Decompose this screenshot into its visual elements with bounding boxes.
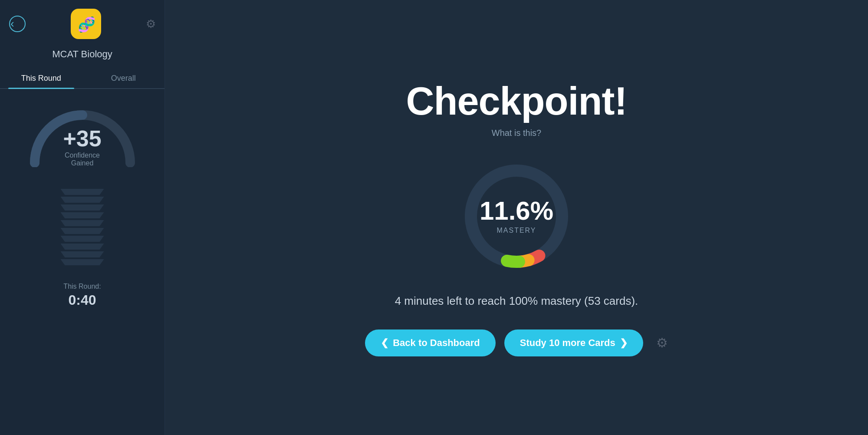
tab-this-round[interactable]: This Round [0, 69, 82, 88]
chevron-4 [61, 212, 104, 218]
chevron-3 [61, 204, 104, 211]
mastery-label: MASTERY [480, 227, 553, 234]
mastery-percent: 11.6% [480, 198, 553, 224]
tabs: This Round Overall [0, 69, 164, 89]
left-arrow-icon: ❮ [381, 337, 388, 349]
mastery-message: 4 minutes left to reach 100% mastery (53… [395, 294, 638, 308]
svg-text:‹: ‹ [10, 17, 14, 30]
confidence-gauge: +35 Confidence Gained [26, 106, 139, 167]
chevron-2 [61, 197, 104, 203]
back-button[interactable]: ‹ [9, 15, 26, 33]
confidence-value: +35 [54, 127, 111, 150]
bottom-gear-icon[interactable]: ⚙ [656, 335, 668, 350]
chevron-6 [61, 228, 104, 234]
level-stack [61, 189, 104, 265]
action-buttons: ❮ Back to Dashboard Study 10 more Cards … [365, 330, 668, 356]
checkpoint-title: Checkpoint! [406, 79, 627, 124]
chevron-10 [61, 259, 104, 265]
chevron-1 [61, 189, 104, 195]
settings-icon[interactable]: ⚙ [146, 17, 156, 31]
sidebar-header: ‹ 🧬 ⚙ [0, 9, 164, 39]
right-arrow-icon: ❯ [620, 337, 628, 349]
gauge-center: +35 Confidence Gained [54, 127, 111, 167]
app-title: MCAT Biology [52, 49, 112, 60]
back-to-dashboard-button[interactable]: ❮ Back to Dashboard [365, 330, 496, 356]
round-timer: This Round: 0:40 [63, 283, 101, 308]
round-timer-label: This Round: [63, 283, 101, 290]
sidebar: ‹ 🧬 ⚙ MCAT Biology This Round Overall [0, 0, 165, 435]
what-is-this-link[interactable]: What is this? [492, 128, 541, 138]
svg-text:🧬: 🧬 [78, 16, 96, 33]
chevron-8 [61, 244, 104, 250]
main-content: Checkpoint! What is this? 11.6% MAST [165, 0, 868, 435]
app-icon: 🧬 [71, 9, 101, 39]
mastery-donut: 11.6% MASTERY [460, 160, 573, 273]
chevron-5 [61, 220, 104, 226]
chevron-9 [61, 251, 104, 257]
confidence-label: Confidence Gained [54, 152, 111, 167]
tab-overall[interactable]: Overall [82, 69, 165, 88]
round-timer-value: 0:40 [63, 292, 101, 308]
chevron-7 [61, 236, 104, 242]
donut-center: 11.6% MASTERY [480, 198, 553, 234]
study-more-button[interactable]: Study 10 more Cards ❯ [504, 330, 643, 356]
